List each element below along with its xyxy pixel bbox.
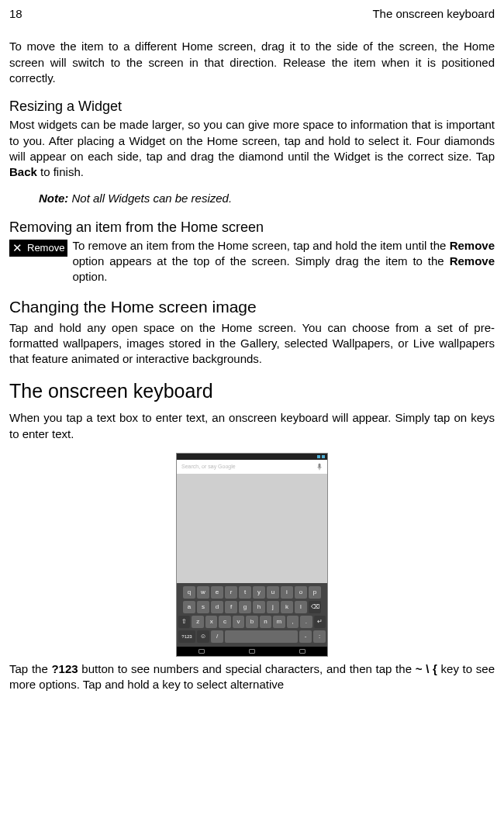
key-l[interactable]: l [295,601,307,613]
key-o[interactable]: o [295,586,307,599]
phone-content-area [177,474,327,583]
nav-home-icon[interactable] [249,649,255,654]
key-y[interactable]: y [253,586,265,599]
key-w[interactable]: w [197,586,209,599]
key-colon[interactable]: : [313,630,326,643]
key-m[interactable]: m [273,616,285,628]
key-s[interactable]: s [197,601,209,613]
paragraph-keyboard-tail: Tap the ?123 button to see numbers and s… [9,661,495,693]
page-number: 18 [9,6,22,22]
key-enter[interactable]: ↵ [314,616,326,628]
key-q[interactable]: q [183,586,195,599]
key-n[interactable]: n [260,616,271,628]
note-label: Note: [39,192,68,205]
note-resizing: Note: Not all Widgets can be resized. [39,191,495,206]
keyboard-row-2: a s d f g h j k l ⌫ [178,601,326,613]
svg-rect-0 [319,464,321,468]
android-navbar [177,647,327,656]
key-c[interactable]: c [219,616,230,628]
key-space[interactable] [225,630,298,643]
nav-back-icon[interactable] [198,649,205,654]
nav-recent-icon[interactable] [299,649,306,654]
paragraph-move-item: To move the item to a different Home scr… [9,39,495,86]
key-h[interactable]: h [253,601,265,613]
phone-frame: Search, or say Google q w e r t y u i o … [176,453,328,657]
key-d[interactable]: d [211,601,223,613]
heading-onscreen-keyboard: The onscreen keyboard [9,378,495,405]
key-r[interactable]: r [225,586,237,599]
onscreen-keyboard[interactable]: q w e r t y u i o p a s d f g h j k l [177,583,327,647]
key-backspace[interactable]: ⌫ [309,601,321,613]
key-z[interactable]: z [192,616,203,628]
paragraph-resizing: Most widgets can be made larger, so you … [9,117,495,180]
header-title: The onscreen keyboard [372,6,495,22]
key-e[interactable]: e [211,586,223,599]
key-comma[interactable]: , [287,616,299,628]
paragraph-changing: Tap and hold any open space on the Home … [9,320,495,368]
removing-block: ✕ Remove To remove an item from the Home… [9,238,495,285]
key-u[interactable]: u [267,586,279,599]
key-f[interactable]: f [225,601,237,613]
search-input[interactable]: Search, or say Google [181,463,313,470]
keyboard-row-4: ?123 ☺ / - : [178,630,326,643]
key-b[interactable]: b [246,616,257,628]
key-dash[interactable]: - [299,630,312,643]
remove-chip-label: Remove [27,241,64,255]
key-k[interactable]: k [281,601,293,613]
paragraph-removing: To remove an item from the Home screen, … [72,238,495,285]
key-symbols[interactable]: ?123 [178,630,195,643]
keyboard-row-1: q w e r t y u i o p [178,586,326,599]
paragraph-keyboard-intro: When you tap a text box to enter text, a… [9,410,495,442]
status-bar [177,454,327,460]
key-i[interactable]: i [281,586,293,599]
page-header: 18 The onscreen keyboard [9,6,495,22]
key-emoji[interactable]: ☺ [197,630,209,643]
key-g[interactable]: g [239,601,251,613]
key-x[interactable]: x [205,616,217,628]
key-slash[interactable]: / [211,630,223,643]
battery-icon [322,455,325,458]
key-t[interactable]: t [239,586,251,599]
heading-resizing-widget: Resizing a Widget [9,97,495,116]
remove-chip: ✕ Remove [9,240,67,257]
search-bar[interactable]: Search, or say Google [177,460,327,474]
heading-removing-item: Removing an item from the Home screen [9,218,495,236]
phone-screenshot: Search, or say Google q w e r t y u i o … [9,453,495,657]
key-v[interactable]: v [233,616,244,628]
mic-icon[interactable] [316,463,323,471]
keyboard-row-3: ⇧ z x c v b n m , . ↵ [178,616,326,628]
key-period[interactable]: . [300,616,312,628]
heading-changing-image: Changing the Home screen image [9,296,495,318]
signal-icon [317,455,320,458]
key-j[interactable]: j [267,601,279,613]
key-p[interactable]: p [309,586,321,599]
key-a[interactable]: a [183,601,195,613]
key-shift[interactable]: ⇧ [178,616,190,628]
close-icon: ✕ [12,242,22,254]
